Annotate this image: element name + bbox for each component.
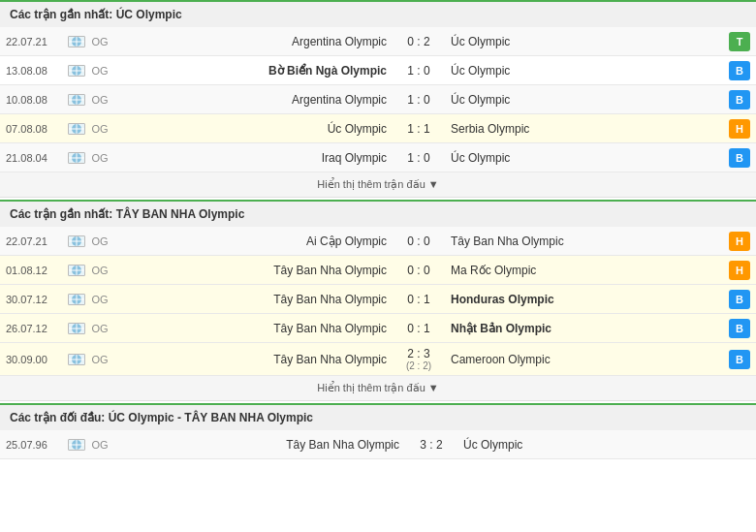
match-date: 22.07.21 <box>6 235 66 247</box>
match-score: 1 : 1 <box>394 122 443 136</box>
table-row: 01.08.12OGTây Ban Nha Olympic0 : 0Ma Rốc… <box>0 256 756 285</box>
match-home-team: Ai Cập Olympic <box>112 235 394 248</box>
match-away-team: Ma Rốc Olympic <box>443 264 725 277</box>
match-result-badge: H <box>729 232 750 251</box>
match-flag <box>66 354 87 365</box>
match-type: OG <box>87 94 112 106</box>
show-more-button[interactable]: Hiển thị thêm trận đấu ▼ <box>0 376 756 401</box>
match-flag <box>66 36 87 47</box>
section-tay-ban-nha-recent: Các trận gần nhất: TÂY BAN NHA Olympic22… <box>0 200 756 401</box>
match-away-team: Úc Olympic <box>443 151 725 165</box>
match-home-team: Tây Ban Nha Olympic <box>112 438 407 452</box>
match-flag <box>66 235 87 247</box>
match-result-badge: B <box>729 61 750 80</box>
match-type: OG <box>87 439 112 451</box>
match-away-team: Nhật Bản Olympic <box>443 322 725 335</box>
section-head-to-head: Các trận đối đầu: ÚC Olympic - TÂY BAN N… <box>0 403 756 459</box>
match-date: 13.08.08 <box>6 65 66 77</box>
match-flag <box>66 265 87 276</box>
table-row: 22.07.21OGAi Cập Olympic0 : 0Tây Ban Nha… <box>0 227 756 256</box>
match-flag <box>66 123 87 135</box>
table-row: 25.07.96OGTây Ban Nha Olympic3 : 2Úc Oly… <box>0 430 756 459</box>
match-home-team: Tây Ban Nha Olympic <box>112 322 394 335</box>
match-date: 26.07.12 <box>6 323 66 334</box>
match-score: 1 : 0 <box>394 64 443 78</box>
match-home-team: Argentina Olympic <box>112 35 394 48</box>
table-row: 07.08.08OGÚc Olympic1 : 1Serbia OlympicH <box>0 114 756 143</box>
table-row: 30.09.00OGTây Ban Nha Olympic2 : 3(2 : 2… <box>0 343 756 376</box>
table-row: 21.08.04OGIraq Olympic1 : 0Úc OlympicB <box>0 143 756 172</box>
match-score: 1 : 0 <box>394 93 443 107</box>
table-row: 30.07.12OGTây Ban Nha Olympic0 : 1Hondur… <box>0 285 756 314</box>
match-result-badge: H <box>729 261 750 280</box>
match-result-badge: T <box>729 32 750 51</box>
match-away-team: Tây Ban Nha Olympic <box>443 235 725 248</box>
match-home-team: Bờ Biển Ngà Olympic <box>112 64 394 78</box>
match-date: 30.09.00 <box>6 354 66 365</box>
match-result-badge: B <box>729 90 750 110</box>
section-header-0: Các trận gần nhất: ÚC Olympic <box>0 0 756 27</box>
match-type: OG <box>87 294 112 305</box>
match-away-team: Úc Olympic <box>443 93 725 107</box>
match-score: 0 : 0 <box>394 264 443 277</box>
match-result-badge: B <box>729 319 750 338</box>
show-more-button[interactable]: Hiển thị thêm trận đấu ▼ <box>0 172 756 198</box>
match-date: 30.07.12 <box>6 294 66 305</box>
match-date: 10.08.08 <box>6 94 66 106</box>
match-type: OG <box>87 123 112 135</box>
match-score: 0 : 1 <box>394 293 443 306</box>
table-row: 10.08.08OGArgentina Olympic1 : 0Úc Olymp… <box>0 85 756 114</box>
match-score: 0 : 1 <box>394 322 443 335</box>
match-flag <box>66 294 87 305</box>
match-date: 21.08.04 <box>6 152 66 164</box>
match-away-team: Cameroon Olympic <box>443 353 725 366</box>
match-flag <box>66 439 87 451</box>
match-score: 2 : 3(2 : 2) <box>394 347 443 371</box>
match-home-team: Tây Ban Nha Olympic <box>112 293 394 306</box>
match-flag <box>66 94 87 106</box>
match-away-team: Serbia Olympic <box>443 122 725 136</box>
table-row: 26.07.12OGTây Ban Nha Olympic0 : 1Nhật B… <box>0 314 756 343</box>
match-date: 25.07.96 <box>6 439 66 451</box>
match-date: 22.07.21 <box>6 36 66 47</box>
match-home-team: Argentina Olympic <box>112 93 394 107</box>
match-score: 1 : 0 <box>394 151 443 165</box>
match-date: 07.08.08 <box>6 123 66 135</box>
table-row: 22.07.21OGArgentina Olympic0 : 2Úc Olymp… <box>0 27 756 56</box>
match-score: 0 : 2 <box>394 35 443 48</box>
match-away-team: Úc Olympic <box>456 438 750 452</box>
match-away-team: Honduras Olympic <box>443 293 725 306</box>
match-type: OG <box>87 36 112 47</box>
match-home-team: Tây Ban Nha Olympic <box>112 264 394 277</box>
match-flag <box>66 323 87 334</box>
match-result-badge: B <box>729 350 750 369</box>
match-date: 01.08.12 <box>6 265 66 276</box>
match-type: OG <box>87 65 112 77</box>
match-result-badge: B <box>729 290 750 309</box>
match-away-team: Úc Olympic <box>443 64 725 78</box>
match-score: 3 : 2 <box>407 438 456 452</box>
match-score: 0 : 0 <box>394 235 443 248</box>
match-flag <box>66 152 87 164</box>
app-container: Các trận gần nhất: ÚC Olympic22.07.21OGA… <box>0 0 756 459</box>
match-home-team: Úc Olympic <box>112 122 394 136</box>
match-home-team: Iraq Olympic <box>112 151 394 165</box>
match-type: OG <box>87 152 112 164</box>
match-type: OG <box>87 354 112 365</box>
match-type: OG <box>87 323 112 334</box>
match-type: OG <box>87 235 112 247</box>
match-result-badge: H <box>729 119 750 139</box>
table-row: 13.08.08OGBờ Biển Ngà Olympic1 : 0Úc Oly… <box>0 56 756 85</box>
match-away-team: Úc Olympic <box>443 35 725 48</box>
match-result-badge: B <box>729 148 750 168</box>
match-type: OG <box>87 265 112 276</box>
section-header-1: Các trận gần nhất: TÂY BAN NHA Olympic <box>0 200 756 227</box>
section-header-2: Các trận đối đầu: ÚC Olympic - TÂY BAN N… <box>0 403 756 430</box>
match-flag <box>66 65 87 77</box>
match-home-team: Tây Ban Nha Olympic <box>112 353 394 366</box>
section-uc-olympic-recent: Các trận gần nhất: ÚC Olympic22.07.21OGA… <box>0 0 756 198</box>
